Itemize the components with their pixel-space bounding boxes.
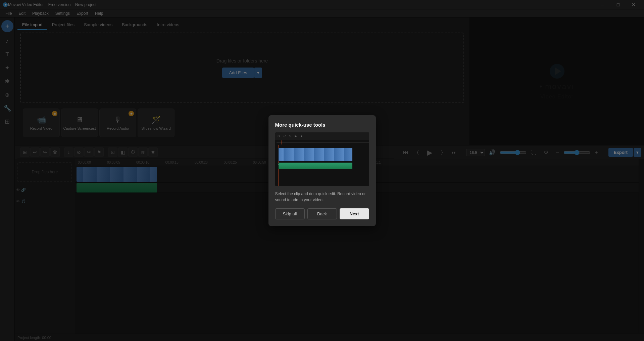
preview-tb-dot: ●	[299, 134, 304, 138]
back-button[interactable]: Back	[307, 208, 337, 219]
skip-all-button[interactable]: Skip all	[275, 208, 305, 219]
modal-preview-image: G ↩ ↪ ▶ ● 00:12.800	[275, 132, 369, 186]
modal-description: Select the clip and do a quick edit. Rec…	[275, 191, 369, 203]
preview-mini-ruler	[275, 140, 369, 145]
preview-tb-back: G	[277, 134, 281, 138]
modal-dialog: More quick-use tools G ↩ ↪ ▶ ●	[268, 115, 376, 226]
preview-audio-bar	[279, 163, 352, 169]
modal-preview: G ↩ ↪ ▶ ● 00:12.800	[275, 132, 369, 186]
preview-tb-redo: ↪	[288, 134, 293, 138]
modal-overlay: More quick-use tools G ↩ ↪ ▶ ●	[0, 0, 644, 341]
preview-video-bar	[279, 148, 352, 161]
preview-tb-undo: ↩	[282, 134, 287, 138]
preview-clip-area: 00:12.800	[275, 145, 369, 186]
preview-tb-play: ▶	[294, 134, 298, 138]
modal-buttons: Skip all Back Next	[275, 208, 369, 219]
modal-title: More quick-use tools	[275, 122, 369, 128]
preview-toolbar: G ↩ ↪ ▶ ●	[275, 132, 369, 140]
next-button[interactable]: Next	[340, 208, 369, 219]
